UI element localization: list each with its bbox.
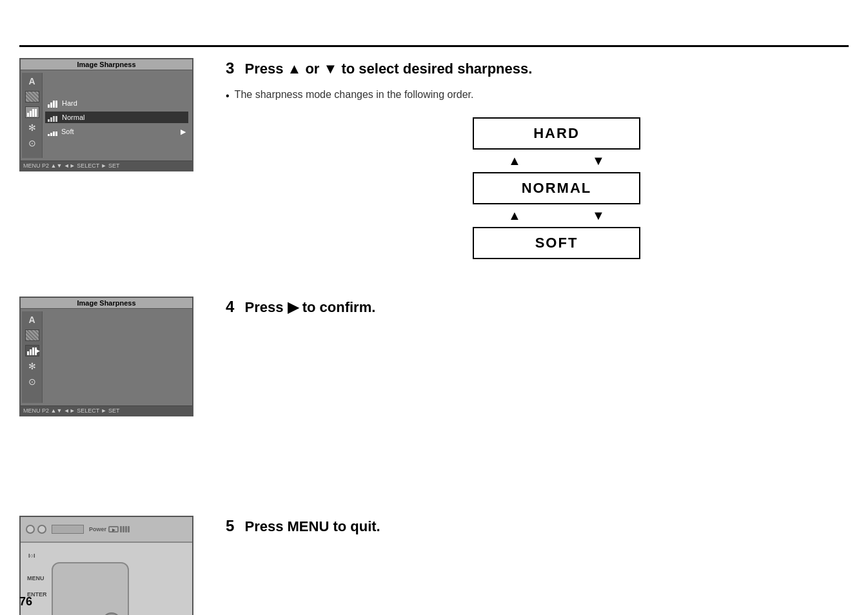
icon-sun-2: ⊙ [25,137,39,149]
menu-title-2: Image Sharpness [21,298,192,309]
camera-circle-2 [37,525,46,534]
camera-body: I○I MENU ENTER [21,543,192,615]
flow-diagram: HARD ▲ ▼ NORMAL ▲ ▼ SOFT [264,117,849,259]
step5-content: 5 Press MENU to quit. [226,516,849,547]
menu-title-1: Image Sharpness [21,59,192,70]
camera-menu-label: MENU [27,575,44,581]
flow-arrows-1: ▲ ▼ [473,150,640,172]
step5-camera-screenshot: Power ▶ [19,516,213,615]
bullet-dot-3: • [226,90,230,111]
step4-content: 4 Press ▶ to confirm. [226,297,849,327]
camera-button-area [52,562,129,615]
step3-menu-screenshot: Image Sharpness A ✻ [19,58,213,179]
step5-heading: 5 Press MENU to quit. [226,516,849,536]
icon-bars-2: ▶ [25,345,39,356]
icon-hatched-2 [25,329,39,341]
icon-bars-1 [25,106,39,118]
menu-items-col-2 [43,311,191,403]
menu-items-col-1: Hard Normal [43,73,191,158]
icon-sun-4: ⊙ [25,376,39,387]
menu-box-2: Image Sharpness A ▶ [19,297,193,416]
step3-bullet-text: The sharpness mode changes in the follow… [235,89,474,101]
camera-power-label: Power ▶ [89,526,130,532]
step4-heading: 4 Press ▶ to confirm. [226,297,849,317]
step3-number: 3 [226,59,234,77]
menu-footer-2: MENU P2 ▲▼ ◄► SELECT ► SET [21,405,192,415]
page-number: 76 [19,595,32,609]
menu-item-hard: Hard [45,97,188,109]
flow-box-normal: NORMAL [473,172,640,204]
step4-menu-screenshot: Image Sharpness A ▶ [19,297,213,424]
icon-letter-a-2: A [25,314,39,326]
top-border [19,45,849,47]
menu-footer-1: MENU P2 ▲▼ ◄► SELECT ► SET [21,161,192,170]
flow-down-arrow-2: ▼ [592,208,605,223]
step3-heading: 3 Press ▲ or ▼ to select desired sharpne… [226,58,849,79]
icon-sun-1: ✻ [25,122,39,133]
menu-box-1: Image Sharpness A ✻ [19,58,193,171]
flow-box-soft: SOFT [473,227,640,259]
step5-number: 5 [226,517,234,534]
step3-text: Press ▲ or ▼ to select desired sharpness… [244,61,532,77]
step4-number: 4 [226,298,234,315]
camera-illustration: Power ▶ [19,516,193,615]
camera-dial [102,612,121,615]
icon-letter-a: A [25,75,39,87]
flow-down-arrow-1: ▼ [592,153,605,168]
flow-box-hard: HARD [473,117,640,150]
step3-content: 3 Press ▲ or ▼ to select desired sharpne… [226,58,849,266]
camera-top-rect [52,525,84,534]
icon-hatched [25,91,39,102]
camera-io-label: I○I [28,552,35,559]
flow-up-arrow-2: ▲ [508,208,521,223]
menu-icons-col-1: A ✻ ⊙ [22,73,43,158]
step5-text: Press MENU to quit. [244,518,380,534]
step4-text: Press ▶ to confirm. [244,299,375,315]
step3-bullet: • The sharpness mode changes in the foll… [226,89,849,111]
flow-up-arrow-1: ▲ [508,153,521,168]
menu-body-2: A ▶ ✻ ⊙ [21,309,192,405]
menu-icons-col-2: A ▶ ✻ ⊙ [22,311,43,403]
flow-arrows-2: ▲ ▼ [473,204,640,227]
menu-item-normal: Normal [45,112,188,123]
menu-body-1: A ✻ ⊙ [21,70,192,161]
icon-sun-3: ✻ [25,360,39,372]
content-area: Image Sharpness A ✻ [19,58,849,596]
menu-item-soft: Soft ▶ [45,126,188,137]
camera-circle-1 [26,525,35,534]
camera-top-panel: Power ▶ [21,517,192,543]
